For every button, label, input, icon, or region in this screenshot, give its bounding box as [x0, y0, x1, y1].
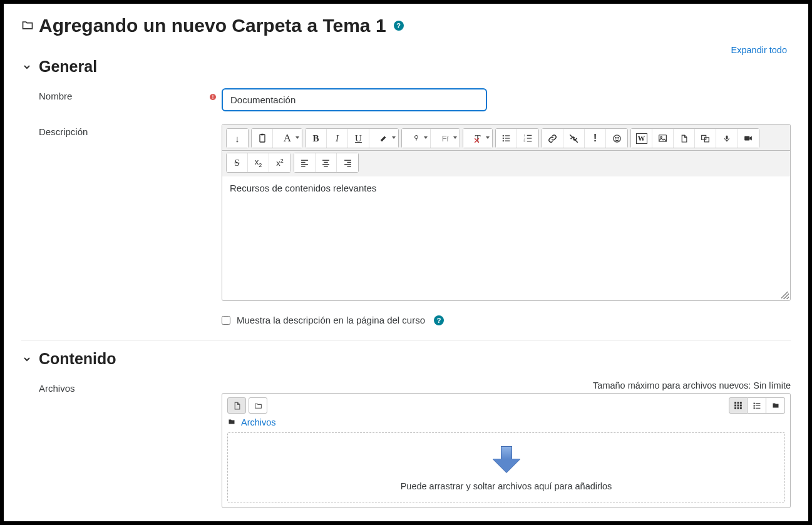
paste-icon[interactable] — [252, 129, 273, 148]
file-picker: Archivos Puede arrastrar y soltar archiv… — [222, 393, 791, 508]
rich-text-editor: ↓ A B I U Ff — [222, 124, 791, 301]
svg-rect-56 — [755, 407, 760, 408]
svg-point-8 — [503, 135, 504, 136]
expand-all-link[interactable]: Expandir todo — [731, 45, 787, 55]
svg-rect-50 — [740, 407, 742, 409]
show-description-checkbox[interactable] — [222, 316, 230, 325]
dropzone-hint: Puede arrastrar y soltar archivos aquí p… — [401, 481, 612, 491]
add-file-button[interactable] — [227, 397, 246, 414]
svg-point-25 — [660, 136, 662, 138]
warning-button[interactable]: ! — [585, 129, 606, 148]
svg-rect-54 — [755, 405, 760, 405]
clear-format-dropdown[interactable]: T — [463, 129, 492, 148]
svg-rect-11 — [505, 138, 510, 138]
page-title: Agregando un nuevo Carpeta a Tema 1 — [39, 15, 386, 36]
view-grid-button[interactable] — [729, 397, 748, 414]
svg-point-21 — [613, 135, 620, 141]
svg-rect-45 — [734, 405, 736, 407]
download-arrow-icon — [493, 446, 520, 474]
bold-button[interactable]: B — [306, 129, 327, 148]
svg-rect-49 — [737, 407, 739, 409]
svg-rect-13 — [505, 141, 510, 141]
image-button[interactable] — [652, 129, 674, 148]
strike-button[interactable]: S — [227, 153, 248, 172]
divider — [21, 340, 791, 341]
description-textarea[interactable]: Recursos de contenidos relevantes — [222, 176, 790, 300]
file-drop-zone[interactable]: Puede arrastrar y soltar archivos aquí p… — [227, 432, 785, 502]
svg-rect-17 — [527, 138, 532, 138]
svg-rect-47 — [740, 405, 742, 407]
view-list-button[interactable] — [748, 397, 766, 414]
create-folder-button[interactable] — [249, 397, 267, 414]
folder-icon — [21, 19, 34, 33]
svg-rect-28 — [726, 135, 727, 139]
svg-rect-43 — [737, 402, 739, 404]
chevron-down-icon — [21, 61, 33, 73]
name-field-label: Nombre — [21, 88, 204, 101]
svg-point-23 — [617, 137, 618, 138]
svg-rect-4 — [261, 134, 264, 136]
align-center-button[interactable] — [316, 153, 337, 172]
align-right-button[interactable] — [337, 153, 358, 172]
number-list-button[interactable]: 123 — [517, 129, 538, 148]
align-left-button[interactable] — [294, 153, 316, 172]
svg-rect-52 — [755, 403, 760, 404]
underline-button[interactable]: U — [348, 129, 369, 148]
emoji-button[interactable] — [606, 129, 627, 148]
svg-point-12 — [503, 140, 504, 141]
video-button[interactable] — [737, 129, 759, 148]
svg-point-22 — [615, 137, 616, 138]
svg-rect-48 — [734, 407, 736, 409]
embed-button[interactable] — [695, 129, 716, 148]
subscript-button[interactable]: x2 — [248, 153, 269, 172]
section-contenido-title: Contenido — [39, 350, 116, 368]
breadcrumb-root-link[interactable]: Archivos — [241, 417, 276, 427]
styles-dropdown[interactable] — [402, 129, 431, 148]
svg-rect-15 — [527, 135, 532, 136]
svg-point-5 — [414, 136, 418, 139]
help-icon[interactable]: ? — [434, 315, 444, 325]
required-icon — [209, 92, 217, 103]
mic-button[interactable] — [716, 129, 737, 148]
svg-rect-42 — [734, 402, 736, 404]
svg-rect-19 — [527, 141, 532, 141]
bullet-list-button[interactable] — [496, 129, 517, 148]
show-description-label: Muestra la descripción en la página del … — [237, 315, 425, 325]
name-input[interactable] — [222, 88, 487, 111]
svg-rect-55 — [753, 407, 754, 409]
svg-point-10 — [503, 138, 504, 139]
svg-rect-3 — [260, 135, 265, 142]
italic-button[interactable]: I — [327, 129, 348, 148]
svg-rect-29 — [744, 136, 749, 141]
section-general-toggle[interactable]: General — [21, 58, 791, 76]
help-icon[interactable]: ? — [394, 21, 404, 31]
font-family-dropdown[interactable]: Ff — [431, 129, 460, 148]
max-size-label: Tamaño máximo para archivos nuevos: Sin … — [222, 380, 791, 390]
folder-solid-icon — [227, 417, 236, 427]
wikipedia-button[interactable]: W — [631, 129, 652, 148]
highlight-dropdown[interactable] — [369, 129, 398, 148]
svg-rect-9 — [505, 135, 510, 136]
description-content: Recursos de contenidos relevantes — [230, 183, 376, 193]
description-field-label: Descripción — [21, 124, 204, 137]
svg-rect-2 — [213, 98, 213, 99]
resize-handle[interactable] — [781, 292, 789, 299]
superscript-button[interactable]: x2 — [269, 153, 290, 172]
font-color-dropdown[interactable]: A — [273, 129, 302, 148]
view-tree-button[interactable] — [766, 397, 785, 414]
svg-rect-53 — [753, 405, 754, 406]
unlink-button[interactable] — [563, 129, 585, 148]
link-button[interactable] — [542, 129, 563, 148]
files-field-label: Archivos — [21, 380, 204, 394]
file-button[interactable] — [674, 129, 695, 148]
section-contenido-toggle[interactable]: Contenido — [21, 350, 791, 368]
toolbar-toggle[interactable]: ↓ — [227, 129, 248, 148]
chevron-down-icon — [21, 354, 33, 365]
svg-text:3: 3 — [523, 140, 525, 143]
section-general-title: General — [39, 58, 97, 76]
svg-rect-51 — [753, 402, 754, 404]
svg-rect-44 — [740, 402, 742, 404]
svg-rect-1 — [213, 95, 213, 98]
svg-rect-46 — [737, 405, 739, 407]
